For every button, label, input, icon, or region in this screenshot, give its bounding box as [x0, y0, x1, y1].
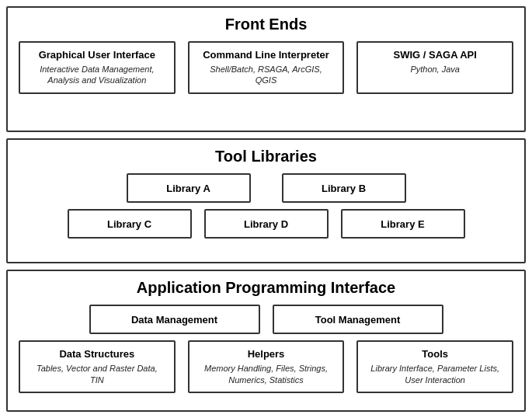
- library-a-box: Library A: [127, 173, 251, 203]
- api-title: Application Programming Interface: [19, 279, 513, 297]
- lib-row1: Library A Library B: [19, 173, 513, 203]
- swig-subtitle: Python, Java: [410, 64, 460, 75]
- cli-title: Command Line Interpreter: [203, 49, 329, 61]
- library-b-label: Library B: [322, 183, 366, 194]
- tool-libraries-title: Tool Libraries: [19, 148, 513, 165]
- data-structures-subtitle: Tables, Vector and Raster Data, TIN: [30, 363, 165, 385]
- helpers-subtitle: Memory Handling, Files, Strings, Numeric…: [199, 363, 334, 385]
- front-ends-section: Front Ends Graphical User Interface Inte…: [6, 6, 526, 132]
- gui-box: Graphical User Interface Interactive Dat…: [19, 41, 176, 94]
- front-ends-boxes: Graphical User Interface Interactive Dat…: [19, 41, 513, 94]
- library-a-label: Library A: [166, 183, 210, 194]
- swig-title: SWIG / SAGA API: [393, 49, 476, 61]
- tool-libraries-section: Tool Libraries Library A Library B Libra…: [6, 138, 526, 264]
- tools-box: Tools Library Interface, Parameter Lists…: [356, 340, 513, 393]
- data-management-box: Data Management: [89, 305, 260, 334]
- data-structures-box: Data Structures Tables, Vector and Raste…: [19, 340, 176, 393]
- data-management-label: Data Management: [131, 314, 217, 326]
- helpers-title: Helpers: [248, 348, 285, 360]
- library-d-label: Library D: [244, 218, 288, 230]
- gui-subtitle: Interactive Data Management, Analysis an…: [30, 64, 165, 86]
- cli-box: Command Line Interpreter Shell/Batch, RS…: [188, 41, 345, 94]
- tools-subtitle: Library Interface, Parameter Lists, User…: [367, 363, 502, 385]
- library-d-box: Library D: [204, 209, 329, 239]
- library-e-box: Library E: [341, 209, 465, 239]
- cli-subtitle: Shell/Batch, RSAGA, ArcGIS, QGIS: [199, 64, 334, 86]
- library-e-label: Library E: [381, 218, 424, 230]
- helpers-box: Helpers Memory Handling, Files, Strings,…: [188, 340, 345, 393]
- library-c-label: Library C: [107, 218, 151, 230]
- tools-title: Tools: [422, 348, 448, 360]
- api-row1: Data Management Tool Management: [19, 305, 513, 334]
- tool-management-box: Tool Management: [273, 305, 443, 334]
- library-c-box: Library C: [68, 209, 192, 239]
- lib-row2: Library C Library D Library E: [19, 209, 513, 239]
- library-b-box: Library B: [282, 173, 406, 203]
- api-section: Application Programming Interface Data M…: [6, 270, 526, 412]
- front-ends-title: Front Ends: [19, 16, 513, 33]
- swig-box: SWIG / SAGA API Python, Java: [356, 41, 513, 94]
- data-structures-title: Data Structures: [59, 348, 134, 360]
- tool-management-label: Tool Management: [315, 314, 401, 326]
- api-row2: Data Structures Tables, Vector and Raste…: [19, 340, 513, 393]
- gui-title: Graphical User Interface: [39, 49, 155, 61]
